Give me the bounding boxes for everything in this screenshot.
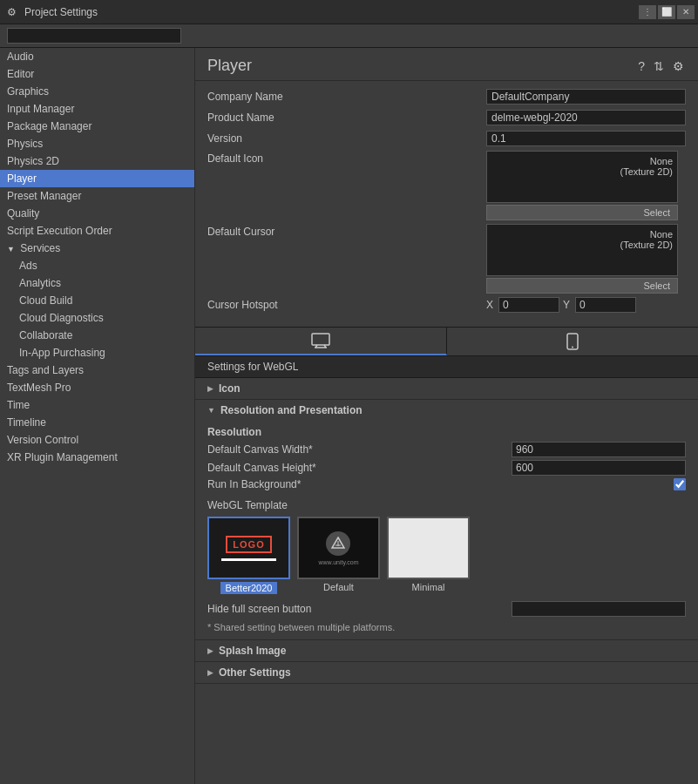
- run-in-background-checkbox[interactable]: [674, 478, 686, 490]
- resolution-title: Resolution: [207, 426, 686, 438]
- default-cursor-preview[interactable]: None(Texture 2D): [486, 224, 678, 276]
- resolution-section: ▼ Resolution and Presentation Resolution…: [195, 400, 698, 640]
- product-name-input[interactable]: [486, 110, 686, 125]
- canvas-height-input[interactable]: [512, 460, 686, 476]
- sidebar-item-collaborate[interactable]: Collaborate: [0, 327, 194, 344]
- resolution-content: Resolution Default Canvas Width* Default…: [195, 421, 698, 639]
- sidebar-item-ads[interactable]: Ads: [0, 257, 194, 274]
- default-icon-label: Default Icon: [207, 151, 486, 165]
- default-icon-select-button[interactable]: Select: [486, 205, 678, 220]
- window-controls: ⋮ ⬜ ✕: [639, 5, 695, 19]
- settings-gear-button[interactable]: ⚙: [671, 57, 686, 75]
- better2020-label: Better2020: [220, 582, 278, 594]
- template-thumb-better2020: LOGO: [207, 517, 290, 579]
- other-settings-arrow: ▶: [207, 668, 213, 677]
- services-label: Services: [20, 242, 60, 254]
- page-title: Player: [207, 57, 252, 75]
- better2020-logo: LOGO: [226, 536, 271, 553]
- settings-icon: ⚙: [7, 6, 19, 18]
- sidebar-item-audio[interactable]: Audio: [0, 48, 194, 65]
- platform-tabs: [195, 327, 698, 356]
- run-in-background-row: Run In Background*: [207, 478, 686, 490]
- sidebar-item-tags-and-layers[interactable]: Tags and Layers: [0, 362, 194, 379]
- better2020-preview: LOGO: [209, 518, 288, 578]
- default-cursor-row: Default Cursor None(Texture 2D) Select: [207, 224, 686, 294]
- default-label: Default: [323, 582, 354, 592]
- cursor-hotspot-x-input[interactable]: [498, 297, 559, 313]
- mobile-icon: [566, 333, 579, 350]
- sidebar-item-preset-manager[interactable]: Preset Manager: [0, 187, 194, 205]
- other-settings-header[interactable]: ▶ Other Settings: [195, 662, 698, 683]
- sidebar-item-time[interactable]: Time: [0, 396, 194, 414]
- canvas-height-row: Default Canvas Height*: [207, 460, 686, 476]
- sidebar-item-package-manager[interactable]: Package Manager: [0, 118, 194, 135]
- sidebar-item-timeline[interactable]: Timeline: [0, 414, 194, 431]
- sidebar-item-input-manager[interactable]: Input Manager: [0, 100, 194, 118]
- default-cursor-select-button[interactable]: Select: [486, 278, 678, 294]
- sidebar-item-in-app-purchasing[interactable]: In-App Purchasing: [0, 344, 194, 362]
- template-item-better2020[interactable]: LOGO Better2020: [207, 517, 290, 594]
- sidebar-item-physics-2d[interactable]: Physics 2D: [0, 152, 194, 170]
- sidebar-item-player[interactable]: Player: [0, 170, 194, 187]
- minimal-preview: [389, 518, 468, 578]
- icon-section-arrow: ▶: [207, 384, 213, 393]
- template-item-minimal[interactable]: Minimal: [387, 517, 470, 594]
- canvas-height-label: Default Canvas Height*: [207, 462, 512, 474]
- tab-mobile[interactable]: [447, 328, 698, 355]
- cursor-hotspot-label: Cursor Hotspot: [207, 299, 486, 311]
- template-item-default[interactable]: www.unity.com Default: [297, 517, 380, 594]
- canvas-width-label: Default Canvas Width*: [207, 443, 512, 456]
- icon-section: ▶ Icon: [195, 378, 698, 400]
- splash-image-header[interactable]: ▶ Splash Image: [195, 640, 698, 661]
- other-settings-section: ▶ Other Settings: [195, 662, 698, 684]
- title-bar: ⚙ Project Settings ⋮ ⬜ ✕: [0, 0, 698, 24]
- canvas-width-input[interactable]: [512, 442, 686, 457]
- desktop-icon: [311, 333, 330, 348]
- maximize-button[interactable]: ⬜: [658, 5, 675, 19]
- company-name-input[interactable]: [486, 89, 686, 105]
- sidebar-item-analytics[interactable]: Analytics: [0, 274, 194, 292]
- resolution-section-header[interactable]: ▼ Resolution and Presentation: [195, 400, 698, 421]
- default-icon-preview[interactable]: None(Texture 2D): [486, 151, 678, 203]
- svg-point-5: [572, 347, 573, 348]
- hide-fullscreen-row: Hide full screen button: [207, 601, 686, 617]
- canvas-width-row: Default Canvas Width*: [207, 442, 686, 457]
- template-thumb-default: www.unity.com: [297, 517, 380, 579]
- close-button[interactable]: ✕: [677, 5, 695, 19]
- default-cursor-none-label: None(Texture 2D): [620, 229, 673, 250]
- sidebar-item-quality[interactable]: Quality: [0, 205, 194, 222]
- sidebar-item-physics[interactable]: Physics: [0, 135, 194, 152]
- version-input[interactable]: [486, 131, 686, 146]
- layout-button[interactable]: ⇅: [652, 57, 666, 75]
- shared-note: * Shared setting between multiple platfo…: [207, 622, 686, 632]
- header-icons: ? ⇅ ⚙: [636, 57, 686, 75]
- product-name-label: Product Name: [207, 112, 486, 124]
- icon-section-header[interactable]: ▶ Icon: [195, 378, 698, 399]
- version-row: Version: [207, 130, 686, 147]
- sidebar-item-xr-plugin-management[interactable]: XR Plugin Management: [0, 449, 194, 466]
- help-button[interactable]: ?: [636, 57, 647, 75]
- sidebar-item-script-execution-order[interactable]: Script Execution Order: [0, 222, 194, 240]
- sidebar-item-cloud-build[interactable]: Cloud Build: [0, 292, 194, 309]
- content-area: Player ? ⇅ ⚙ Company Name Product Name V…: [195, 48, 698, 784]
- company-name-row: Company Name: [207, 88, 686, 105]
- sidebar-item-graphics[interactable]: Graphics: [0, 83, 194, 100]
- other-settings-title: Other Settings: [219, 666, 291, 679]
- default-cursor-box: None(Texture 2D) Select: [486, 224, 678, 294]
- minimal-label: Minimal: [412, 582, 445, 592]
- sidebar-item-textmesh-pro[interactable]: TextMesh Pro: [0, 379, 194, 396]
- sidebar-item-services[interactable]: ▼ Services: [0, 240, 194, 257]
- cursor-hotspot-y-input[interactable]: [575, 297, 636, 313]
- webgl-template-section: WebGL Template LOGO Better2020: [207, 499, 686, 594]
- sidebar-item-cloud-diagnostics[interactable]: Cloud Diagnostics: [0, 309, 194, 327]
- hide-fullscreen-label: Hide full screen button: [207, 603, 512, 615]
- more-options-button[interactable]: ⋮: [639, 5, 656, 19]
- template-thumb-minimal: [387, 517, 470, 579]
- search-input[interactable]: [7, 28, 181, 44]
- sidebar-item-editor[interactable]: Editor: [0, 65, 194, 83]
- template-grid: LOGO Better2020: [207, 517, 686, 594]
- tab-desktop[interactable]: [195, 328, 447, 355]
- splash-image-title: Splash Image: [219, 645, 286, 657]
- sidebar-item-version-control[interactable]: Version Control: [0, 431, 194, 449]
- hide-fullscreen-input[interactable]: [512, 601, 686, 617]
